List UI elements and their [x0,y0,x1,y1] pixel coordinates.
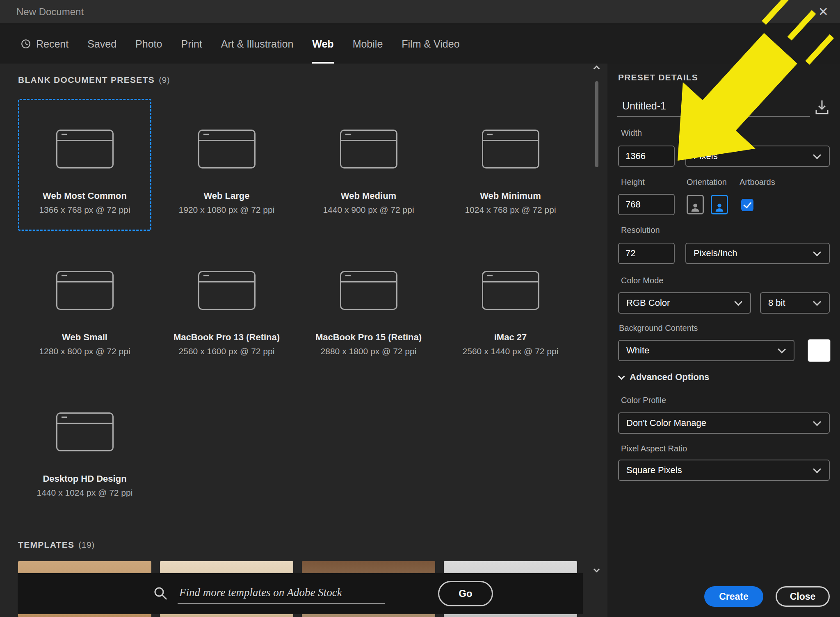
tab-label: Print [181,38,202,50]
browser-window-icon [56,271,114,310]
color-profile-select[interactable]: Don't Color Manage [618,412,830,434]
preset-size: 1440 x 900 px @ 72 ppi [323,205,414,215]
preset-name: Web Large [203,191,249,201]
color-profile-label: Color Profile [621,396,666,405]
preset-details-heading: PRESET DETAILS [618,73,698,82]
chevron-down-icon [618,373,625,380]
browser-window-icon [198,271,256,310]
height-label: Height [621,178,645,187]
resolution-unit-value: Pixels/Inch [694,248,737,259]
tab-label: Film & Video [402,38,459,50]
preset-web-medium[interactable]: Web Medium 1440 x 900 px @ 72 ppi [302,99,435,231]
close-icon[interactable]: ✕ [818,6,829,18]
advanced-options-label: Advanced Options [630,372,709,382]
search-icon [153,586,169,601]
preset-name: iMac 27 [494,332,527,343]
background-contents-select[interactable]: White [618,340,794,361]
color-profile-value: Don't Color Manage [626,418,706,428]
advanced-options-toggle[interactable]: Advanced Options [618,372,709,382]
tab-label: Recent [36,38,68,50]
scroll-down-icon[interactable] [593,566,600,573]
tab-recent[interactable]: Recent [21,24,68,64]
browser-window-icon [340,130,397,168]
presets-scrollbar[interactable] [592,65,601,573]
tab-photo[interactable]: Photo [135,24,162,64]
window-title: New Document [16,6,84,18]
scroll-up-icon[interactable] [593,66,600,72]
color-mode-select[interactable]: RGB Color [618,292,751,314]
tab-mobile[interactable]: Mobile [353,24,383,64]
preset-name: Web Medium [341,191,396,201]
heading-text: TEMPLATES [18,540,74,549]
new-document-dialog: New Document ✕ Recent Saved Photo Print … [0,0,840,617]
preset-size: 1024 x 768 px @ 72 ppi [465,205,556,215]
tab-label: Photo [135,38,162,50]
tab-print[interactable]: Print [181,24,202,64]
width-unit-select[interactable]: Pixels [685,146,830,167]
browser-window-icon [56,412,114,451]
preset-web-small[interactable]: Web Small 1280 x 800 px @ 72 ppi [18,240,151,372]
preset-size: 2560 x 1440 px @ 72 ppi [463,346,559,356]
preset-details-panel: PRESET DETAILS Width Pixels Height Orien… [607,64,840,617]
clock-icon [21,39,31,49]
save-preset-icon[interactable] [813,98,831,117]
tab-film-video[interactable]: Film & Video [402,24,459,64]
go-button[interactable]: Go [438,581,493,606]
bit-depth-select[interactable]: 8 bit [760,292,830,314]
preset-name: Desktop HD Design [43,474,126,484]
tab-label: Saved [87,38,116,50]
create-button[interactable]: Create [704,586,763,607]
preset-size: 2880 x 1800 px @ 72 ppi [321,346,417,356]
resolution-label: Resolution [621,225,660,235]
browser-window-icon [340,271,397,310]
browser-window-icon [482,271,539,310]
background-contents-value: White [626,345,649,356]
orientation-landscape-button[interactable] [711,195,728,214]
width-unit-value: Pixels [694,151,718,162]
orientation-label: Orientation [687,178,727,187]
tab-bar: Recent Saved Photo Print Art & Illustrat… [0,24,840,64]
heading-count: (19) [78,540,94,549]
browser-window-icon [198,130,256,168]
height-input[interactable] [618,194,675,215]
close-button[interactable]: Close [776,586,830,607]
preset-web-most-common[interactable]: Web Most Common 1366 x 768 px @ 72 ppi [18,99,151,231]
width-input[interactable] [618,146,675,167]
preset-macbook-pro-15[interactable]: MacBook Pro 15 (Retina) 2880 x 1800 px @… [302,240,435,372]
document-name-field[interactable] [617,96,810,117]
preset-size: 1366 x 768 px @ 72 ppi [39,205,130,215]
preset-web-minimum[interactable]: Web Minimum 1024 x 768 px @ 72 ppi [444,99,577,231]
stock-search-input[interactable] [178,584,385,604]
scrollbar-thumb[interactable] [595,81,598,167]
presets-pane: BLANK DOCUMENT PRESETS(9) Web Most Commo… [0,64,607,617]
resolution-input[interactable] [618,243,675,264]
tab-art-illustration[interactable]: Art & Illustration [221,24,293,64]
preset-imac-27[interactable]: iMac 27 2560 x 1440 px @ 72 ppi [444,240,577,372]
color-mode-label: Color Mode [621,276,663,285]
preset-size: 1440 x 1024 px @ 72 ppi [37,488,133,498]
landscape-person-icon [714,202,725,213]
pixel-aspect-ratio-label: Pixel Aspect Ratio [621,444,687,453]
orientation-portrait-button[interactable] [687,195,704,214]
pixel-aspect-ratio-select[interactable]: Square Pixels [618,460,830,481]
browser-window-icon [482,130,539,168]
heading-text: BLANK DOCUMENT PRESETS [18,75,155,84]
preset-desktop-hd-design[interactable]: Desktop HD Design 1440 x 1024 px @ 72 pp… [18,382,151,514]
resolution-unit-select[interactable]: Pixels/Inch [685,243,830,264]
bit-depth-value: 8 bit [768,298,785,308]
preset-grid: Web Most Common 1366 x 768 px @ 72 ppi W… [18,99,577,514]
preset-size: 1920 x 1080 px @ 72 ppi [179,205,275,215]
color-mode-value: RGB Color [626,298,670,308]
tab-label: Art & Illustration [221,38,293,50]
tab-saved[interactable]: Saved [87,24,116,64]
preset-web-large[interactable]: Web Large 1920 x 1080 px @ 72 ppi [160,99,293,231]
preset-name: MacBook Pro 15 (Retina) [315,332,422,343]
background-color-swatch[interactable] [808,339,831,362]
pixel-aspect-ratio-value: Square Pixels [626,465,682,476]
artboards-checkbox[interactable] [741,199,753,211]
tab-web[interactable]: Web [312,24,333,64]
templates-heading: TEMPLATES(19) [18,540,95,550]
preset-name: Web Small [62,332,107,343]
preset-macbook-pro-13[interactable]: MacBook Pro 13 (Retina) 2560 x 1600 px @… [160,240,293,372]
blank-presets-heading: BLANK DOCUMENT PRESETS(9) [18,75,170,85]
